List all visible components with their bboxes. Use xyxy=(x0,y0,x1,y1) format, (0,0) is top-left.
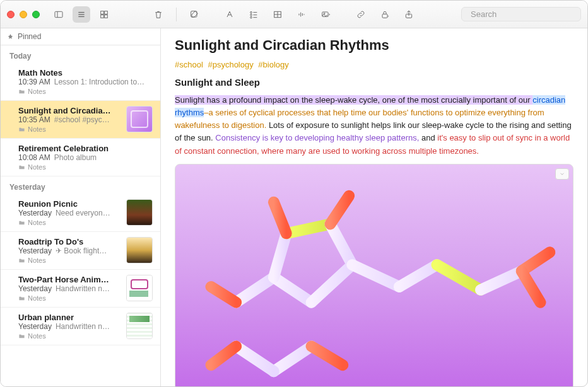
note-time: Yesterday xyxy=(18,284,52,293)
note-thumbnail xyxy=(126,237,153,263)
table-button[interactable] xyxy=(269,6,286,23)
toolbar-left xyxy=(7,6,167,23)
svg-line-36 xyxy=(286,224,331,233)
svg-point-24 xyxy=(324,13,325,14)
pinned-label: Pinned xyxy=(18,32,41,41)
section-header-yesterday: Yesterday xyxy=(1,176,160,194)
format-text-button[interactable] xyxy=(221,6,238,23)
note-row-selected[interactable]: Sunlight and Circadia… 10:35 AM#school #… xyxy=(1,101,160,139)
note-title: Math Notes xyxy=(18,68,153,78)
note-thumbnail xyxy=(126,199,153,226)
window-controls xyxy=(7,11,40,18)
note-editor[interactable]: Sunlight and Circadian Rhythms #school #… xyxy=(161,28,587,387)
delete-button[interactable] xyxy=(150,6,167,23)
pin-icon xyxy=(7,33,14,40)
note-title: Two-Part Horse Anim… xyxy=(18,275,121,284)
section-header-today: Today xyxy=(1,45,160,63)
note-folder-name: Notes xyxy=(28,294,46,302)
media-button[interactable] xyxy=(317,6,334,23)
note-row[interactable]: Urban planner YesterdayHandwritten n… No… xyxy=(1,308,160,345)
document-title: Sunlight and Circadian Rhythms xyxy=(175,37,573,54)
note-preview: Handwritten n… xyxy=(56,284,110,293)
note-preview: ✈︎ Book flight… xyxy=(56,246,107,255)
note-title: Sunlight and Circadia… xyxy=(18,106,121,115)
svg-line-35 xyxy=(274,233,286,277)
text-span-purple: Consistency is key to developing healthy… xyxy=(215,133,419,142)
svg-line-45 xyxy=(211,287,236,303)
tag[interactable]: #school xyxy=(175,60,203,69)
pinned-header[interactable]: Pinned xyxy=(1,28,160,45)
folder-icon xyxy=(18,164,25,171)
note-thumbnail xyxy=(126,313,153,339)
note-time: Yesterday xyxy=(18,246,52,255)
attached-image[interactable] xyxy=(175,164,573,387)
zoom-window-button[interactable] xyxy=(32,11,40,18)
note-preview: Handwritten n… xyxy=(56,322,110,331)
folder-icon xyxy=(18,257,25,264)
note-title: Retirement Celebration xyxy=(18,144,153,153)
minimize-window-button[interactable] xyxy=(20,11,27,18)
toggle-sidebar-button[interactable] xyxy=(50,6,68,23)
note-folder-name: Notes xyxy=(28,125,46,133)
folder-icon xyxy=(18,126,25,133)
svg-line-37 xyxy=(330,224,352,265)
note-title: Urban planner xyxy=(18,313,121,322)
svg-point-10 xyxy=(250,11,252,13)
note-folder-name: Notes xyxy=(28,332,46,340)
note-time: 10:35 AM xyxy=(18,115,50,124)
note-thumbnail xyxy=(126,106,153,132)
toolbar xyxy=(1,1,587,28)
list-view-button[interactable] xyxy=(73,6,90,23)
note-folder-name: Notes xyxy=(28,88,46,95)
share-button[interactable] xyxy=(400,6,418,23)
note-folder-name: Notes xyxy=(28,163,46,171)
note-row[interactable]: Math Notes 10:39 AMLesson 1: Introductio… xyxy=(1,63,160,101)
audio-button[interactable] xyxy=(293,6,310,23)
text-span-highlight-purple: Sunlight has a profound impact on the sl… xyxy=(175,95,532,105)
notes-sidebar: Pinned Today Math Notes 10:39 AMLesson 1… xyxy=(1,28,161,387)
note-folder-name: Notes xyxy=(28,219,46,226)
lock-button[interactable] xyxy=(376,6,394,23)
note-row[interactable]: Retirement Celebration 10:08 AMPhoto alb… xyxy=(1,139,160,176)
note-row[interactable]: Two-Part Horse Anim… YesterdayHandwritte… xyxy=(1,270,160,308)
grid-view-button[interactable] xyxy=(95,6,113,23)
view-toggle-group xyxy=(50,6,113,23)
svg-rect-7 xyxy=(101,14,104,18)
search-field[interactable] xyxy=(461,7,581,21)
svg-rect-5 xyxy=(101,11,104,14)
text-span: and xyxy=(419,133,437,142)
document-paragraph: Sunlight has a profound impact on the sl… xyxy=(175,94,573,158)
note-time: 10:39 AM xyxy=(18,78,50,86)
svg-line-30 xyxy=(274,277,312,303)
svg-line-47 xyxy=(312,346,343,365)
note-row[interactable]: Roadtrip To Do's Yesterday✈︎ Book flight… xyxy=(1,232,160,270)
svg-line-40 xyxy=(399,265,437,287)
link-button[interactable] xyxy=(352,6,370,23)
main: Pinned Today Math Notes 10:39 AMLesson 1… xyxy=(1,28,587,387)
close-window-button[interactable] xyxy=(7,11,15,18)
note-thumbnail xyxy=(126,275,153,301)
svg-line-32 xyxy=(274,346,312,371)
svg-line-41 xyxy=(437,265,481,290)
note-row[interactable]: Reunion Picnic YesterdayNeed everyon… No… xyxy=(1,194,160,232)
note-preview: Lesson 1: Introduction to… xyxy=(54,78,144,86)
svg-line-33 xyxy=(236,346,274,371)
note-time: Yesterday xyxy=(18,209,52,217)
note-title: Reunion Picnic xyxy=(18,199,121,209)
document-subheading: Sunlight and Sleep xyxy=(175,77,573,88)
search-input[interactable] xyxy=(471,9,577,19)
svg-point-12 xyxy=(250,14,252,16)
svg-line-44 xyxy=(330,195,349,224)
svg-line-46 xyxy=(211,346,236,365)
svg-rect-8 xyxy=(105,14,108,18)
note-title: Roadtrip To Do's xyxy=(18,237,121,246)
svg-line-39 xyxy=(352,265,399,287)
compose-button[interactable] xyxy=(185,6,203,23)
tag[interactable]: #psychology xyxy=(208,60,253,69)
svg-rect-6 xyxy=(105,11,108,14)
tag[interactable]: #biology xyxy=(258,60,288,69)
svg-line-29 xyxy=(236,277,274,303)
checklist-button[interactable] xyxy=(245,6,262,23)
svg-line-42 xyxy=(481,271,522,290)
toolbar-separator xyxy=(176,8,177,21)
